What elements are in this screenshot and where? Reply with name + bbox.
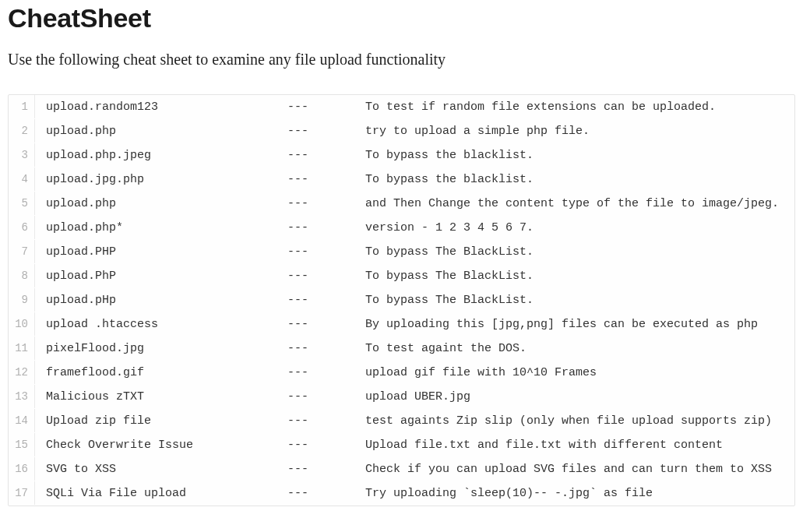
filename-column: pixelFlood.jpg (46, 337, 287, 361)
code-row: 3upload.php.jpeg---To bypass the blackli… (9, 143, 794, 167)
filename-column: upload.php* (46, 217, 287, 240)
description-column: To bypass the blacklist. (365, 144, 534, 167)
separator-column: --- (287, 337, 365, 361)
filename-column: Malicious zTXT (46, 386, 287, 409)
filename-column: upload.php.jpeg (46, 144, 287, 167)
description-column: To bypass The BlackList. (365, 265, 534, 288)
code-block: 1upload.random123---To test if random fi… (8, 94, 795, 506)
description-column: upload gif file with 10^10 Frames (365, 361, 597, 385)
filename-column: upload.php (46, 120, 287, 143)
line-number: 8 (9, 264, 35, 287)
code-row: 12frameflood.gif---upload gif file with … (9, 361, 794, 385)
code-row: 6upload.php*---version - 1 2 3 4 5 6 7. (9, 216, 794, 240)
description-column: To bypass the blacklist. (365, 168, 534, 192)
code-row: 15Check Overwrite Issue---Upload file.tx… (9, 433, 794, 457)
line-number: 5 (9, 192, 35, 215)
description-column: To bypass The BlackList. (365, 289, 534, 312)
code-row: 4upload.jpg.php---To bypass the blacklis… (9, 167, 794, 192)
code-cell: upload.pHp---To bypass The BlackList. (35, 289, 794, 312)
line-number: 15 (9, 433, 35, 456)
line-number: 1 (9, 95, 35, 118)
description-column: upload UBER.jpg (365, 386, 470, 409)
line-number: 6 (9, 216, 35, 239)
description-column: Check if you can upload SVG files and ca… (365, 458, 772, 481)
separator-column: --- (287, 217, 365, 240)
separator-column: --- (287, 168, 365, 192)
code-row: 17SQLi Via File upload---Try uploading `… (9, 481, 794, 506)
code-row: 5upload.php---and Then Change the conten… (9, 192, 794, 216)
code-row: 10upload .htaccess---By uploading this [… (9, 312, 794, 336)
line-number: 16 (9, 457, 35, 481)
code-cell: upload.PhP---To bypass The BlackList. (35, 265, 794, 288)
code-cell: Upload zip file---test againts Zip slip … (35, 410, 794, 433)
separator-column: --- (287, 120, 365, 143)
line-number: 7 (9, 240, 35, 263)
intro-text: Use the following cheat sheet to examine… (8, 48, 795, 71)
description-column: test againts Zip slip (only when file up… (365, 410, 772, 433)
separator-column: --- (287, 482, 365, 506)
description-column: By uploading this [jpg,png] files can be… (365, 313, 758, 336)
code-cell: pixelFlood.jpg---To test againt the DOS. (35, 337, 794, 361)
description-column: try to upload a simple php file. (365, 120, 590, 143)
code-row: 16SVG to XSS---Check if you can upload S… (9, 457, 794, 481)
filename-column: upload.random123 (46, 96, 287, 119)
filename-column: SQLi Via File upload (46, 482, 287, 506)
line-number: 14 (9, 409, 35, 432)
description-column: Try uploading `sleep(10)-- -.jpg` as fil… (365, 482, 653, 506)
code-row: 11pixelFlood.jpg---To test againt the DO… (9, 336, 794, 361)
description-column: and Then Change the content type of the … (365, 192, 779, 216)
separator-column: --- (287, 96, 365, 119)
description-column: To test if random file extensions can be… (365, 96, 716, 119)
filename-column: SVG to XSS (46, 458, 287, 481)
filename-column: upload.PhP (46, 265, 287, 288)
filename-column: upload.PHP (46, 241, 287, 264)
separator-column: --- (287, 289, 365, 312)
line-number: 10 (9, 312, 35, 336)
separator-column: --- (287, 192, 365, 216)
separator-column: --- (287, 361, 365, 385)
line-number: 4 (9, 167, 35, 191)
separator-column: --- (287, 313, 365, 336)
line-number: 13 (9, 385, 35, 408)
separator-column: --- (287, 458, 365, 481)
description-column: To test againt the DOS. (365, 337, 527, 361)
code-row: 9upload.pHp---To bypass The BlackList. (9, 288, 794, 312)
filename-column: Upload zip file (46, 410, 287, 433)
line-number: 11 (9, 336, 35, 360)
code-cell: Check Overwrite Issue---Upload file.txt … (35, 434, 794, 457)
separator-column: --- (287, 410, 365, 433)
code-row: 7upload.PHP---To bypass The BlackList. (9, 240, 794, 264)
filename-column: upload.jpg.php (46, 168, 287, 192)
code-cell: upload .htaccess---By uploading this [jp… (35, 313, 794, 336)
code-row: 2upload.php---try to upload a simple php… (9, 119, 794, 143)
separator-column: --- (287, 386, 365, 409)
line-number: 12 (9, 361, 35, 384)
separator-column: --- (287, 144, 365, 167)
code-cell: Malicious zTXT---upload UBER.jpg (35, 386, 794, 409)
filename-column: frameflood.gif (46, 361, 287, 385)
filename-column: upload.php (46, 192, 287, 216)
code-cell: upload.php*---version - 1 2 3 4 5 6 7. (35, 217, 794, 240)
code-cell: upload.php---and Then Change the content… (35, 192, 794, 216)
code-cell: SQLi Via File upload---Try uploading `sl… (35, 482, 794, 506)
line-number: 3 (9, 143, 35, 167)
line-number: 2 (9, 119, 35, 143)
code-cell: upload.php---try to upload a simple php … (35, 120, 794, 143)
separator-column: --- (287, 241, 365, 264)
code-cell: SVG to XSS---Check if you can upload SVG… (35, 458, 794, 481)
line-number: 17 (9, 481, 35, 505)
code-row: 13Malicious zTXT---upload UBER.jpg (9, 385, 794, 409)
filename-column: Check Overwrite Issue (46, 434, 287, 457)
code-cell: upload.random123---To test if random fil… (35, 96, 794, 119)
filename-column: upload.pHp (46, 289, 287, 312)
code-cell: frameflood.gif---upload gif file with 10… (35, 361, 794, 385)
line-number: 9 (9, 288, 35, 312)
separator-column: --- (287, 434, 365, 457)
code-cell: upload.jpg.php---To bypass the blacklist… (35, 168, 794, 192)
code-cell: upload.PHP---To bypass The BlackList. (35, 241, 794, 264)
description-column: version - 1 2 3 4 5 6 7. (365, 217, 534, 240)
separator-column: --- (287, 265, 365, 288)
code-row: 14Upload zip file---test againts Zip sli… (9, 409, 794, 433)
code-row: 1upload.random123---To test if random fi… (9, 95, 794, 119)
description-column: Upload file.txt and file.txt with differ… (365, 434, 723, 457)
